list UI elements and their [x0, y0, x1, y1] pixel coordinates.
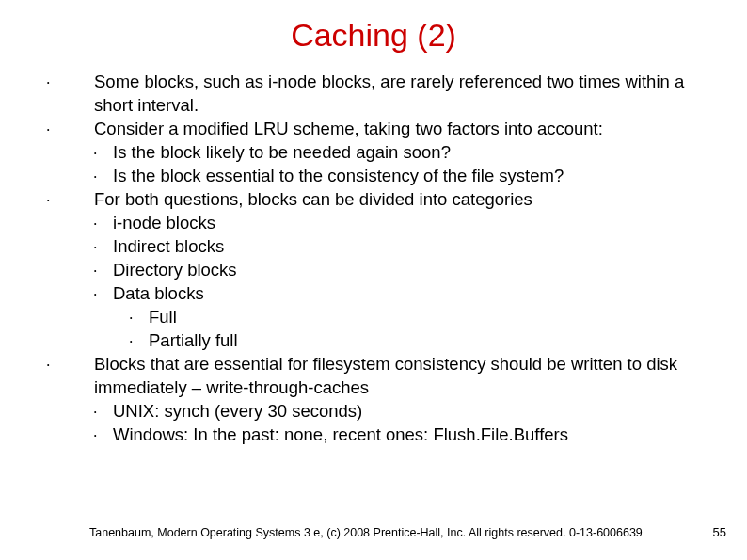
page-number: 55 [713, 525, 726, 539]
bullet-list: Some blocks, such as i-node blocks, are … [28, 71, 719, 447]
footer-citation: Tanenbaum, Modern Operating Systems 3 e,… [89, 526, 643, 539]
sub-list: UNIX: synch (every 30 seconds) Windows: … [94, 400, 719, 447]
list-item: Indirect blocks [94, 235, 719, 259]
bullet-text: Is the block likely to be needed again s… [113, 142, 451, 162]
slide-content: Some blocks, such as i-node blocks, are … [28, 71, 719, 447]
list-item: For both questions, blocks can be divide… [28, 188, 719, 353]
bullet-text: UNIX: synch (every 30 seconds) [113, 401, 362, 421]
sub-list: i-node blocks Indirect blocks Directory … [94, 212, 719, 353]
bullet-text: Is the block essential to the consistenc… [113, 166, 564, 185]
bullet-text: Full [149, 307, 177, 327]
sub-sub-list: Full Partially full [113, 306, 719, 353]
list-item: Data blocks Full Partially full [94, 282, 719, 353]
sub-list: Is the block likely to be needed again s… [94, 141, 719, 188]
list-item: Full [113, 306, 719, 329]
list-item: Some blocks, such as i-node blocks, are … [28, 71, 719, 118]
list-item: Directory blocks [94, 259, 719, 282]
bullet-text: Directory blocks [113, 260, 237, 280]
bullet-text: For both questions, blocks can be divide… [94, 189, 532, 209]
bullet-text: i-node blocks [113, 213, 215, 232]
list-item: i-node blocks [94, 212, 719, 235]
list-item: Is the block essential to the consistenc… [94, 165, 719, 188]
bullet-text: Data blocks [113, 283, 204, 303]
list-item: Blocks that are essential for filesystem… [28, 353, 719, 447]
bullet-text: Some blocks, such as i-node blocks, are … [94, 72, 684, 115]
bullet-text: Blocks that are essential for filesystem… [94, 354, 677, 397]
bullet-text: Partially full [149, 330, 238, 350]
list-item: Is the block likely to be needed again s… [94, 141, 719, 165]
slide-title: Caching (2) [28, 17, 719, 54]
list-item: UNIX: synch (every 30 seconds) [94, 400, 719, 424]
list-item: Windows: In the past: none, recent ones:… [94, 424, 719, 447]
bullet-text: Consider a modified LRU scheme, taking t… [94, 119, 603, 138]
list-item: Consider a modified LRU scheme, taking t… [28, 118, 719, 188]
list-item: Partially full [113, 329, 719, 353]
slide: { "title": "Caching (2)", "bullets": { "… [0, 0, 747, 560]
bullet-text: Windows: In the past: none, recent ones:… [113, 424, 568, 444]
bullet-text: Indirect blocks [113, 236, 224, 256]
